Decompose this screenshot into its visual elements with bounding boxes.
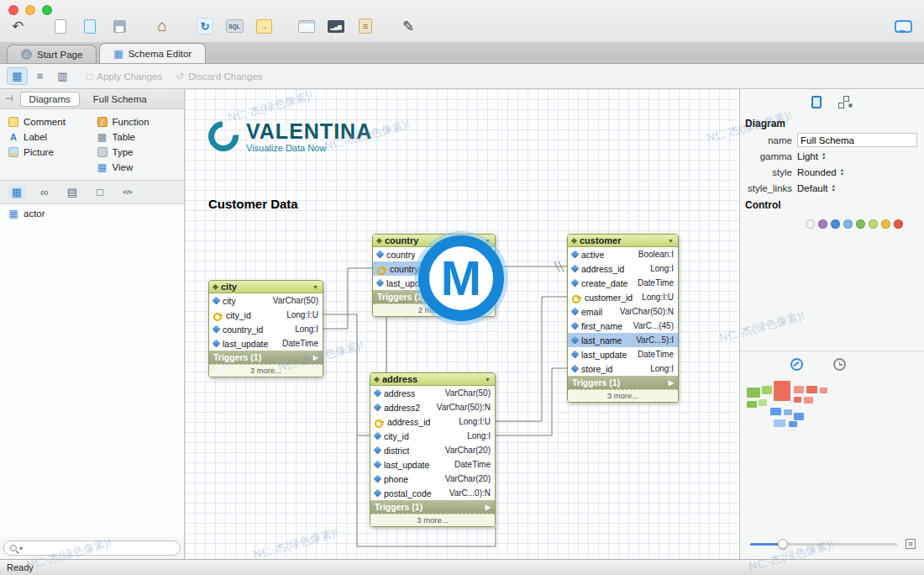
field-row[interactable]: address_idLong:I:U xyxy=(370,414,495,429)
columns-view-button[interactable]: ▥ xyxy=(52,67,73,85)
schema-structure-icon[interactable] xyxy=(838,96,853,108)
triggers-row[interactable]: Triggers (1)▶ xyxy=(370,500,495,514)
navigate-icon[interactable] xyxy=(790,358,803,371)
control-color-swatch[interactable] xyxy=(869,219,878,229)
fit-to-window-icon[interactable] xyxy=(906,539,916,549)
field-row[interactable]: first_nameVarC...(45) xyxy=(568,319,678,333)
control-color-swatch[interactable] xyxy=(843,219,853,229)
undo-icon[interactable]: ↶ xyxy=(7,15,29,37)
connection-line[interactable] xyxy=(496,297,567,421)
tab-schema-editor[interactable]: ▦ Schema Editor xyxy=(99,43,206,63)
field-row[interactable]: cityVarChar(50) xyxy=(209,293,323,308)
panel-collapse-icon[interactable]: ⊣ xyxy=(5,93,13,104)
search-input[interactable] xyxy=(25,543,174,553)
zoom-window-icon[interactable] xyxy=(42,5,52,15)
field-row[interactable]: customer_idLong:I:U xyxy=(568,290,678,304)
windows-strip-icon[interactable]: □ xyxy=(92,185,108,199)
tables-strip-icon[interactable]: ▦ xyxy=(8,185,25,199)
control-color-swatch[interactable] xyxy=(818,219,827,229)
palette-item-function[interactable]: ƒFunction xyxy=(92,116,181,128)
save-icon[interactable] xyxy=(108,15,130,37)
control-color-swatch[interactable] xyxy=(831,219,840,229)
field-row[interactable]: phoneVarChar(20) xyxy=(370,472,495,486)
diagram-name-input[interactable] xyxy=(797,133,917,147)
left-tab-full-schema[interactable]: Full Schema xyxy=(87,92,154,106)
new-document-icon[interactable] xyxy=(50,15,71,37)
table-node-customer[interactable]: customer▼activeBoolean:Iaddress_idLong:I… xyxy=(567,234,679,403)
table-node-city[interactable]: city▼cityVarChar(50)city_idLong:I:Ucount… xyxy=(208,280,323,377)
field-row[interactable]: activeBoolean:I xyxy=(568,247,678,261)
connection-line[interactable] xyxy=(323,314,370,435)
tab-start-page[interactable]: ⌂ Start Page xyxy=(7,45,97,63)
apply-changes-button[interactable]: □ Apply Changes xyxy=(87,71,162,82)
control-color-swatch[interactable] xyxy=(881,219,890,229)
discard-changes-button[interactable]: ↺ Discard Changes xyxy=(176,71,262,82)
field-row[interactable]: create_dateDateTime xyxy=(568,276,678,290)
chart-icon[interactable]: ▂▄▆ xyxy=(325,15,347,37)
links-strip-icon[interactable]: ∞ xyxy=(36,185,53,199)
home-icon[interactable]: ⌂ xyxy=(151,15,173,37)
list-view-button[interactable]: ≡ xyxy=(29,67,50,85)
field-row[interactable]: postal_codeVarC...0):N xyxy=(370,486,495,500)
tree-item-actor[interactable]: ▦actor xyxy=(0,207,184,220)
more-row[interactable]: 3 more... xyxy=(568,389,678,402)
feedback-bubble-icon[interactable] xyxy=(895,20,912,33)
control-color-swatch[interactable] xyxy=(894,219,903,229)
diagram-doc-icon[interactable] xyxy=(811,96,822,108)
table-menu-arrow-icon[interactable]: ▼ xyxy=(312,284,318,290)
close-window-icon[interactable] xyxy=(8,5,18,15)
palette-item-type[interactable]: Type xyxy=(92,146,181,158)
control-color-swatch[interactable] xyxy=(806,219,815,229)
table-node-address[interactable]: address▼addressVarChar(50)address2VarCha… xyxy=(370,372,496,527)
minimap[interactable] xyxy=(745,379,836,453)
field-row[interactable]: address_idLong:I xyxy=(568,261,678,276)
palette-item-label[interactable]: ALabel xyxy=(3,131,92,143)
history-icon[interactable] xyxy=(833,358,846,371)
field-row[interactable]: city_idLong:I:U xyxy=(209,308,323,322)
gamma-select[interactable]: Light ▲▼ xyxy=(797,151,826,161)
zoom-slider-handle[interactable] xyxy=(778,539,788,549)
open-document-icon[interactable] xyxy=(79,15,101,37)
field-row[interactable]: store_idLong:I xyxy=(568,361,678,376)
field-row[interactable]: addressVarChar(50) xyxy=(370,386,495,400)
field-row[interactable]: last_updateDateTime xyxy=(209,336,323,351)
field-row[interactable]: last_updateDateTime xyxy=(370,457,495,472)
palette-item-view[interactable]: ▦View xyxy=(92,161,181,173)
field-row[interactable]: last_updateDateTime xyxy=(568,347,678,361)
more-row[interactable]: 3 more... xyxy=(209,364,323,377)
zoom-slider[interactable] xyxy=(750,543,897,546)
field-row[interactable]: districtVarChar(20) xyxy=(370,443,495,457)
field-row[interactable]: emailVarChar(50):N xyxy=(568,304,678,319)
triggers-expand-arrow-icon[interactable]: ▶ xyxy=(669,379,674,387)
field-row[interactable]: address2VarChar(50):N xyxy=(370,400,495,414)
window-icon[interactable] xyxy=(296,15,318,37)
triggers-row[interactable]: Triggers (1)▶ xyxy=(568,376,678,389)
export-icon[interactable]: → xyxy=(253,15,275,37)
sql-database-icon[interactable]: SQL xyxy=(223,15,245,37)
code-strip-icon[interactable]: </> xyxy=(119,185,136,199)
triggers-expand-arrow-icon[interactable]: ▶ xyxy=(486,504,491,511)
palette-item-picture[interactable]: Picture xyxy=(3,146,92,158)
table-menu-arrow-icon[interactable]: ▼ xyxy=(668,238,674,244)
connection-line[interactable] xyxy=(496,368,567,435)
triggers-row[interactable]: Triggers (1)▶ xyxy=(209,351,323,364)
field-row[interactable]: last_nameVarC...5):I xyxy=(568,333,678,347)
minimize-window-icon[interactable] xyxy=(25,5,35,15)
field-row[interactable]: country_idLong:I xyxy=(209,322,323,336)
connection-line[interactable] xyxy=(323,268,372,329)
search-box[interactable]: ▾ xyxy=(3,541,181,556)
table-header[interactable]: address▼ xyxy=(370,373,495,386)
views-strip-icon[interactable]: ▤ xyxy=(64,185,81,199)
schema-sync-icon[interactable]: ↻ xyxy=(194,15,216,37)
style-select[interactable]: Rounded ▲▼ xyxy=(797,167,844,177)
table-menu-arrow-icon[interactable]: ▼ xyxy=(485,377,491,382)
table-header[interactable]: city▼ xyxy=(209,281,323,293)
style-links-select[interactable]: Default ▲▼ xyxy=(797,183,836,193)
palette-item-comment[interactable]: Comment xyxy=(3,116,92,128)
control-color-swatch[interactable] xyxy=(856,219,865,229)
pen-icon[interactable]: ✎ xyxy=(397,15,419,37)
search-options-caret-icon[interactable]: ▾ xyxy=(19,545,23,552)
diagram-canvas[interactable]: VALENTINA Visualize Data Now Customer Da… xyxy=(185,89,739,559)
diagram-view-button[interactable]: ▦ xyxy=(7,67,28,85)
left-tab-diagrams[interactable]: Diagrams xyxy=(20,92,80,107)
